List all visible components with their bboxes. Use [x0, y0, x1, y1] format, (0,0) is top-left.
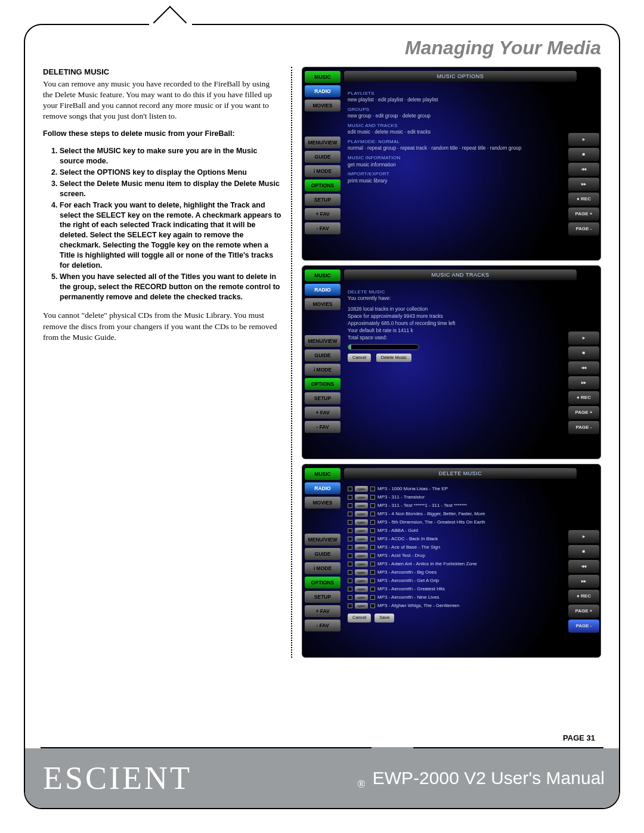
cancel-button[interactable]: Cancel: [348, 354, 371, 363]
menuview-button[interactable]: MENU/VIEW: [305, 534, 340, 546]
pageminus-button[interactable]: PAGE -: [568, 222, 599, 236]
rec-button[interactable]: ● REC: [568, 193, 599, 206]
rec-button[interactable]: ● REC: [568, 391, 599, 404]
track-row[interactable]: openMP3 - Aerosmith - Big Ones: [348, 568, 562, 577]
track-row[interactable]: openMP3 - 1000 Mona Lisas - The EP: [348, 485, 562, 493]
checkbox-icon[interactable]: [348, 595, 352, 600]
open-tag[interactable]: open: [355, 528, 368, 534]
track-row[interactable]: openMP3 - 311 - Test ******1 - 311 - Tes…: [348, 501, 562, 510]
track-row[interactable]: openMP3 - Aerosmith - Get A Grip: [348, 577, 562, 585]
ff-button[interactable]: ▸▸: [568, 575, 599, 588]
radio-button[interactable]: RADIO: [305, 284, 340, 296]
track-row[interactable]: openMP3 - 311 - Transistor: [348, 493, 562, 501]
setup-button[interactable]: SETUP: [305, 591, 340, 603]
checkbox-icon[interactable]: [370, 512, 375, 516]
checkbox-icon[interactable]: [370, 595, 375, 600]
open-tag[interactable]: open: [355, 511, 368, 517]
open-tag[interactable]: open: [355, 486, 368, 492]
checkbox-icon[interactable]: [348, 570, 352, 575]
checkbox-icon[interactable]: [348, 578, 352, 583]
music-button[interactable]: MUSIC: [305, 71, 340, 83]
track-row[interactable]: openMP3 - 5th Dimension, The - Greatest …: [348, 518, 562, 527]
checkbox-icon[interactable]: [348, 553, 352, 558]
guide-button[interactable]: GUIDE: [305, 548, 340, 560]
favplus-button[interactable]: + FAV: [305, 605, 340, 617]
ff-button[interactable]: ▸▸: [568, 376, 599, 389]
options-button[interactable]: OPTIONS: [305, 179, 340, 191]
movies-button[interactable]: MOVIES: [305, 100, 340, 112]
checkbox-icon[interactable]: [348, 562, 352, 566]
checkbox-icon[interactable]: [370, 587, 375, 592]
track-row[interactable]: openMP3 - Aerosmith - Greatest Hits: [348, 585, 562, 593]
open-tag[interactable]: open: [355, 586, 368, 592]
music-button[interactable]: MUSIC: [305, 468, 340, 480]
guide-button[interactable]: GUIDE: [305, 349, 340, 361]
save-button[interactable]: Save: [374, 614, 394, 623]
checkbox-icon[interactable]: [348, 603, 352, 608]
checkbox-icon[interactable]: [348, 495, 352, 500]
play-button[interactable]: ▸: [568, 332, 599, 345]
track-row[interactable]: openMP3 - Adam Ant - Antics in the Forbi…: [348, 560, 562, 568]
checkbox-icon[interactable]: [370, 528, 375, 533]
track-row[interactable]: openMP3 - Afghan Whigs, The - Gentlemen: [348, 602, 562, 610]
rew-button[interactable]: ◂◂: [568, 361, 599, 374]
setup-button[interactable]: SETUP: [305, 194, 340, 206]
open-tag[interactable]: open: [355, 561, 368, 567]
stop-button[interactable]: ■: [568, 545, 599, 558]
checkbox-icon[interactable]: [370, 570, 375, 575]
favminus-button[interactable]: - FAV: [305, 421, 340, 433]
pageplus-button[interactable]: PAGE +: [568, 406, 599, 419]
checkbox-icon[interactable]: [370, 545, 375, 550]
open-tag[interactable]: open: [355, 553, 368, 559]
checkbox-icon[interactable]: [348, 587, 352, 592]
favminus-button[interactable]: - FAV: [305, 222, 340, 234]
open-tag[interactable]: open: [355, 536, 368, 542]
track-row[interactable]: openMP3 - 4 Non Blondes - Bigger, Better…: [348, 510, 562, 518]
open-tag[interactable]: open: [355, 503, 368, 509]
guide-button[interactable]: GUIDE: [305, 151, 340, 163]
music-button[interactable]: MUSIC: [305, 270, 340, 281]
track-row[interactable]: openMP3 - Aerosmith - Nine Lives: [348, 593, 562, 602]
pageminus-button[interactable]: PAGE -: [568, 421, 599, 434]
track-row[interactable]: openMP3 - Ace of Base - The Sign: [348, 543, 562, 552]
radio-button[interactable]: RADIO: [305, 85, 340, 97]
favminus-button[interactable]: - FAV: [305, 620, 340, 631]
track-row[interactable]: openMP3 - Acid Test - Drop: [348, 552, 562, 560]
checkbox-icon[interactable]: [370, 503, 375, 508]
checkbox-icon[interactable]: [348, 503, 352, 508]
rew-button[interactable]: ◂◂: [568, 163, 599, 176]
delete-music-button[interactable]: Delete Music: [376, 354, 411, 363]
favplus-button[interactable]: + FAV: [305, 407, 340, 419]
open-tag[interactable]: open: [355, 544, 368, 550]
checkbox-icon[interactable]: [370, 487, 375, 491]
rew-button[interactable]: ◂◂: [568, 560, 599, 573]
imode-button[interactable]: i MODE: [305, 165, 340, 177]
open-tag[interactable]: open: [355, 569, 368, 575]
options-button[interactable]: OPTIONS: [305, 577, 340, 589]
checkbox-icon[interactable]: [370, 603, 375, 608]
pageplus-button[interactable]: PAGE +: [568, 605, 599, 618]
checkbox-icon[interactable]: [348, 512, 352, 516]
checkbox-icon[interactable]: [370, 537, 375, 541]
play-button[interactable]: ▸: [568, 133, 599, 146]
checkbox-icon[interactable]: [370, 562, 375, 566]
checkbox-icon[interactable]: [370, 553, 375, 558]
setup-button[interactable]: SETUP: [305, 392, 340, 404]
play-button[interactable]: ▸: [568, 530, 599, 543]
pageplus-button[interactable]: PAGE +: [568, 208, 599, 221]
movies-button[interactable]: MOVIES: [305, 497, 340, 509]
stop-button[interactable]: ■: [568, 346, 599, 360]
checkbox-icon[interactable]: [348, 528, 352, 533]
stop-button[interactable]: ■: [568, 148, 599, 161]
open-tag[interactable]: open: [355, 603, 368, 609]
pageminus-button[interactable]: PAGE -: [568, 620, 599, 633]
checkbox-icon[interactable]: [348, 487, 352, 491]
open-tag[interactable]: open: [355, 578, 368, 584]
checkbox-icon[interactable]: [348, 537, 352, 541]
checkbox-icon[interactable]: [348, 520, 352, 525]
checkbox-icon[interactable]: [370, 495, 375, 500]
cancel-button[interactable]: Cancel: [348, 614, 371, 623]
checkbox-icon[interactable]: [348, 545, 352, 550]
checkbox-icon[interactable]: [370, 520, 375, 525]
open-tag[interactable]: open: [355, 519, 368, 525]
